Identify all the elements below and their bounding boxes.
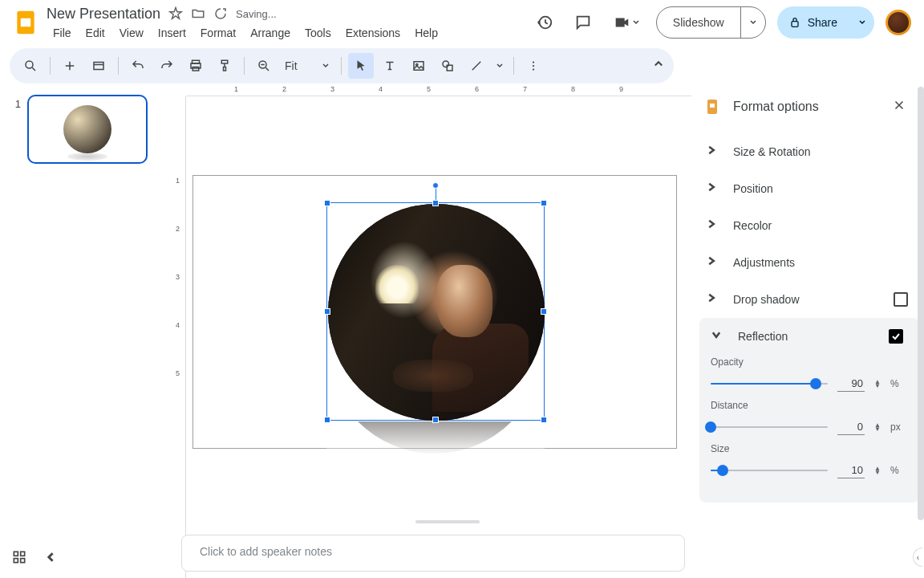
- speaker-notes[interactable]: Click to add speaker notes: [181, 535, 685, 572]
- more-icon[interactable]: [521, 53, 546, 79]
- slide-image[interactable]: [328, 204, 545, 421]
- resize-handle-w[interactable]: [324, 308, 330, 315]
- search-icon[interactable]: [18, 53, 43, 79]
- resize-handle-nw[interactable]: [324, 200, 330, 206]
- section-recolor[interactable]: Recolor: [695, 207, 924, 244]
- select-tool-icon[interactable]: [348, 53, 374, 79]
- redo-icon[interactable]: [154, 53, 180, 79]
- cloud-sync-icon: [213, 6, 228, 21]
- resize-handle-ne[interactable]: [541, 200, 547, 206]
- new-slide-icon[interactable]: [57, 53, 83, 79]
- svg-point-12: [443, 61, 449, 67]
- undo-icon[interactable]: [125, 53, 151, 79]
- selection-box[interactable]: [326, 202, 545, 421]
- star-icon[interactable]: [168, 6, 183, 21]
- section-size-rotation[interactable]: Size & Rotation: [695, 133, 924, 170]
- opacity-slider[interactable]: [711, 383, 828, 385]
- drop-shadow-checkbox[interactable]: [894, 292, 908, 307]
- image-reflection: [326, 421, 545, 462]
- save-status: Saving...: [236, 8, 277, 20]
- distance-input[interactable]: [837, 419, 865, 435]
- slide-thumbnail-1[interactable]: [27, 95, 148, 164]
- section-drop-shadow[interactable]: Drop shadow: [695, 281, 924, 318]
- resize-handle-s[interactable]: [432, 417, 439, 423]
- resize-handle-e[interactable]: [541, 308, 547, 315]
- image-icon[interactable]: [406, 53, 432, 79]
- share-dropdown[interactable]: [850, 6, 874, 39]
- opacity-input[interactable]: [837, 376, 865, 392]
- textbox-icon[interactable]: [377, 53, 403, 79]
- stepper-icon[interactable]: ▲▼: [874, 380, 881, 388]
- section-reflection[interactable]: Reflection: [738, 330, 889, 343]
- slide-canvas[interactable]: [192, 175, 677, 449]
- svg-rect-18: [710, 104, 715, 108]
- slideshow-dropdown[interactable]: [740, 7, 765, 38]
- rotation-handle[interactable]: [432, 182, 439, 189]
- chevron-right-icon: [706, 144, 725, 159]
- resize-handle-se[interactable]: [541, 417, 547, 423]
- menu-file[interactable]: File: [47, 25, 78, 41]
- reflection-checkbox[interactable]: [889, 329, 903, 344]
- size-slider[interactable]: [711, 470, 828, 471]
- menu-tools[interactable]: Tools: [298, 25, 338, 41]
- close-icon[interactable]: [889, 95, 910, 119]
- stepper-icon[interactable]: ▲▼: [874, 466, 881, 474]
- line-dropdown-icon[interactable]: [492, 53, 507, 79]
- menu-bar: File Edit View Insert Format Arrange Too…: [47, 25, 531, 41]
- menu-extensions[interactable]: Extensions: [339, 25, 407, 41]
- svg-rect-3: [792, 22, 798, 27]
- slideshow-button[interactable]: Slideshow: [656, 6, 766, 39]
- section-position[interactable]: Position: [695, 170, 924, 207]
- vertical-ruler[interactable]: 12345: [173, 96, 186, 578]
- chevron-right-icon: [706, 218, 725, 233]
- menu-help[interactable]: Help: [408, 25, 444, 41]
- canvas-area: 123456789 12345: [167, 83, 691, 578]
- layout-icon[interactable]: [86, 53, 111, 79]
- resize-handle-sw[interactable]: [324, 417, 330, 423]
- hide-filmstrip-icon[interactable]: [45, 551, 58, 567]
- svg-rect-21: [14, 559, 18, 563]
- chevron-down-icon[interactable]: [711, 329, 730, 344]
- menu-insert[interactable]: Insert: [152, 25, 192, 41]
- resize-handle-n[interactable]: [432, 200, 439, 206]
- comment-icon[interactable]: [569, 9, 597, 36]
- avatar[interactable]: [886, 10, 911, 35]
- svg-rect-22: [21, 559, 25, 563]
- shape-icon[interactable]: [435, 53, 460, 79]
- history-icon[interactable]: [531, 9, 558, 36]
- chevron-right-icon: [706, 292, 725, 307]
- collapse-toolbar-icon[interactable]: [653, 59, 664, 73]
- menu-arrange[interactable]: Arrange: [244, 25, 297, 41]
- menu-edit[interactable]: Edit: [79, 25, 111, 41]
- svg-rect-19: [14, 552, 18, 556]
- meet-icon[interactable]: [608, 9, 645, 36]
- grid-view-icon[interactable]: [11, 549, 27, 568]
- distance-slider[interactable]: [711, 426, 828, 428]
- slides-logo[interactable]: [10, 6, 42, 39]
- svg-rect-10: [414, 62, 424, 71]
- slide-thumbnails: 1: [0, 83, 167, 578]
- size-input[interactable]: [837, 462, 865, 478]
- svg-point-14: [533, 61, 534, 63]
- paint-format-icon[interactable]: [212, 53, 237, 79]
- horizontal-ruler[interactable]: 123456789: [186, 83, 691, 96]
- section-adjustments[interactable]: Adjustments: [695, 244, 924, 281]
- chevron-right-icon: [706, 255, 725, 270]
- svg-rect-1: [21, 18, 30, 27]
- svg-point-4: [26, 61, 33, 68]
- share-button[interactable]: Share: [777, 6, 874, 39]
- move-icon[interactable]: [191, 6, 205, 21]
- notes-resize-handle[interactable]: [415, 520, 480, 523]
- svg-rect-20: [21, 552, 25, 556]
- menu-format[interactable]: Format: [194, 25, 242, 41]
- zoom-out-icon[interactable]: [251, 53, 277, 79]
- doc-title[interactable]: New Presentation: [47, 6, 160, 22]
- print-icon[interactable]: [183, 53, 209, 79]
- panel-scrollbar[interactable]: [918, 87, 924, 520]
- menu-view[interactable]: View: [113, 25, 150, 41]
- line-icon[interactable]: [464, 53, 489, 79]
- stepper-icon[interactable]: ▲▼: [874, 423, 881, 431]
- svg-rect-5: [94, 63, 103, 70]
- zoom-select[interactable]: Fit: [280, 59, 334, 72]
- distance-label: Distance: [711, 400, 903, 411]
